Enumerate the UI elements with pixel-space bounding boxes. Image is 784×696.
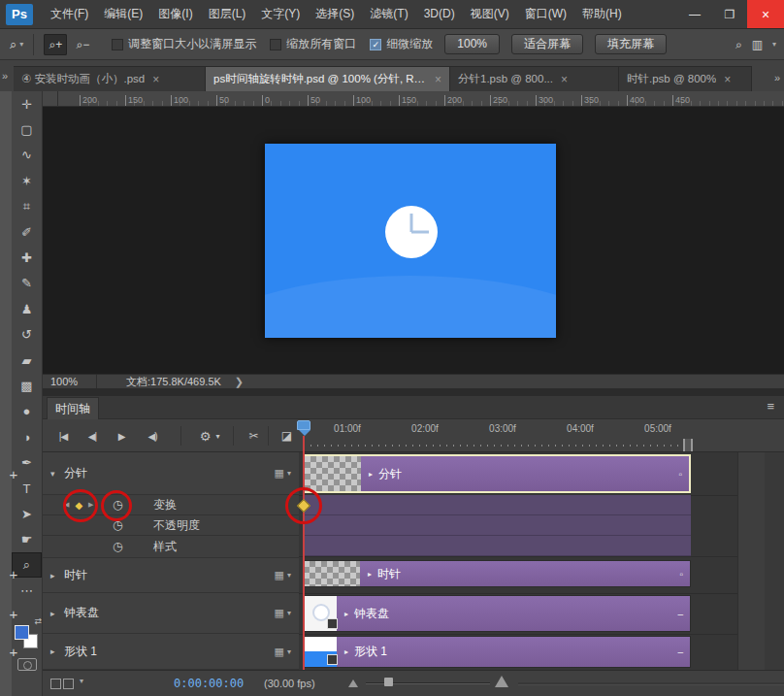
timeline-property-row-style[interactable]: ◷ 样式 [43,536,299,558]
track-options-icon[interactable]: ▦ [275,467,284,480]
status-chevron-icon[interactable]: ❯ [235,376,244,388]
menu-item[interactable]: 视图(V) [463,0,517,28]
zoom-all-windows-checkbox[interactable]: 缩放所有窗口 [270,36,356,52]
eraser-tool[interactable]: ▰ [12,348,42,373]
lasso-tool[interactable]: ∿ [12,143,42,168]
restore-button[interactable]: ❐ [712,0,747,28]
stopwatch-icon[interactable]: ◷ [113,540,122,553]
dodge-tool[interactable]: ◑ [12,424,42,449]
menu-item[interactable]: 文字(Y) [253,0,308,28]
track-options-icon[interactable]: ▦ [275,646,284,658]
expand-arrow-icon[interactable]: ▸ [50,609,64,618]
clip-end-icon[interactable]: ▫ [678,469,682,480]
timeline-panel-tab[interactable]: 时间轴 [47,397,99,419]
move-tool[interactable]: ✛ [12,91,42,116]
timeline-clip-shape-1[interactable]: ▸ 形状 1 – [303,636,691,668]
clip-end-icon[interactable]: – [677,646,683,657]
previous-frame-button[interactable]: ◀| [80,426,105,446]
mute-audio-button[interactable]: ◀) [140,426,165,446]
more-tabs-icon[interactable]: » [774,72,780,83]
status-zoom-field[interactable]: 100% [43,375,97,388]
timeline-layer-row-clock-face[interactable]: ▸ 钟表盘 ▦ ▾ [43,593,299,634]
eyedropper-tool[interactable]: ✐ [12,219,42,245]
zoom-tool-preset[interactable]: ⌕ ▾ [10,37,23,52]
playhead-marker-icon[interactable] [297,420,310,430]
timeline-vertical-scrollbar[interactable] [765,452,784,670]
track-options-chevron-icon[interactable]: ▾ [287,571,291,580]
search-icon[interactable]: ⌕ [735,38,742,51]
flyout-arrow-icon[interactable]: ▾ [80,677,83,685]
track-options-icon[interactable]: ▦ [275,569,284,581]
keyframe-property-track-area[interactable] [303,495,691,556]
timeline-layer-row-shape-1[interactable]: ▸ 形状 1 ▦ ▾ [43,634,299,670]
expand-arrow-icon[interactable]: ▸ [50,646,64,656]
add-media-button[interactable]: + [0,466,27,482]
path-selection-tool[interactable]: ➤ [12,501,42,526]
timeline-zoom-slider-thumb[interactable] [384,678,393,686]
workspace-dropdown-icon[interactable]: ▾ [772,40,776,49]
quick-selection-tool[interactable]: ✶ [12,168,42,193]
brush-tool[interactable]: ✎ [12,271,42,296]
clip-expand-icon[interactable]: ▸ [344,610,348,618]
swap-colors-icon[interactable]: ⇄ [34,616,42,626]
menu-item[interactable]: 3D(D) [416,0,463,28]
canvas-viewport[interactable] [43,107,784,374]
panel-menu-icon[interactable]: ≡ [767,399,774,414]
crop-tool[interactable]: ⌗ [12,194,42,219]
clone-stamp-tool[interactable]: ♟ [12,296,42,321]
fill-screen-button[interactable]: 填充屏幕 [595,34,667,54]
timeline-clip-minute-hand[interactable]: ▸ 分针 ▫ [303,454,691,493]
add-media-button[interactable]: + [0,644,27,660]
tab-close-icon[interactable]: × [152,73,159,86]
menu-item[interactable]: 滤镜(T) [362,0,415,28]
menu-item[interactable]: 帮助(H) [574,0,630,28]
track-options-icon[interactable]: ▦ [275,607,284,619]
timeline-clip-hour-hand[interactable]: ▸ 时针 ▫ [303,560,691,587]
clip-end-icon[interactable]: ▫ [679,569,683,580]
zoom-out-mode-button[interactable]: ⌕− [71,34,94,55]
tab-close-icon[interactable]: × [724,73,731,86]
menu-item[interactable]: 图层(L) [201,0,254,28]
zoom-out-timeline-icon[interactable] [348,679,358,687]
gradient-tool[interactable]: ▩ [12,373,42,398]
rectangular-marquee-tool[interactable]: ▢ [12,116,42,142]
document-tab-3[interactable]: 分针1.psb @ 800... × [450,66,619,91]
minimize-button[interactable]: — [677,0,712,28]
play-button[interactable]: ▶ [109,426,134,446]
close-button[interactable]: × [747,0,784,28]
document-tab-2-active[interactable]: ps时间轴旋转时钟.psd @ 100% (分针, RGB/8#) * × [206,66,450,91]
blur-tool[interactable]: ● [12,399,42,424]
clip-expand-icon[interactable]: ▸ [369,470,373,479]
work-area-end-marker[interactable] [683,439,693,451]
scrubby-zoom-checkbox[interactable]: ✓ 细微缩放 [370,36,433,52]
convert-to-frame-animation-icon[interactable] [50,679,61,689]
hand-tool[interactable]: ☛ [12,527,42,552]
convert-to-frame-animation-icon[interactable] [63,679,74,689]
add-media-button[interactable]: + [0,606,27,622]
document-canvas[interactable] [265,144,556,338]
playhead[interactable] [297,420,310,671]
document-tab-4[interactable]: 时针.psb @ 800% × [619,66,752,91]
track-options-chevron-icon[interactable]: ▾ [287,609,291,617]
foreground-color-swatch[interactable] [15,625,29,640]
menu-item[interactable]: 图像(I) [150,0,200,28]
track-options-chevron-icon[interactable]: ▾ [287,469,291,478]
transform-keyframe-lane[interactable] [303,495,691,515]
clip-expand-icon[interactable]: ▸ [368,570,372,579]
opacity-keyframe-lane[interactable] [303,515,691,536]
split-at-playhead-button[interactable]: ✂ [241,426,266,446]
add-media-button[interactable]: + [0,566,27,582]
tab-close-icon[interactable]: × [561,73,568,86]
resize-windows-checkbox[interactable]: 调整窗口大小以满屏显示 [112,36,256,52]
menu-item[interactable]: 窗口(W) [517,0,574,28]
timeline-layer-row-hour-hand[interactable]: ▸ 时针 ▦ ▾ [43,558,299,593]
clip-end-icon[interactable]: – [677,609,683,619]
fit-screen-button[interactable]: 适合屏幕 [511,34,583,54]
style-keyframe-lane[interactable] [303,536,691,556]
clip-expand-icon[interactable]: ▸ [344,647,348,656]
expand-arrow-icon[interactable]: ▸ [50,571,64,580]
first-frame-button[interactable]: |◀ [50,426,76,446]
healing-brush-tool[interactable]: ✚ [12,245,42,270]
timeline-time-ruler[interactable]: 01:00f02:00f03:00f04:00f05:00f [296,419,734,452]
settings-dropdown-icon[interactable]: ▾ [212,426,223,446]
